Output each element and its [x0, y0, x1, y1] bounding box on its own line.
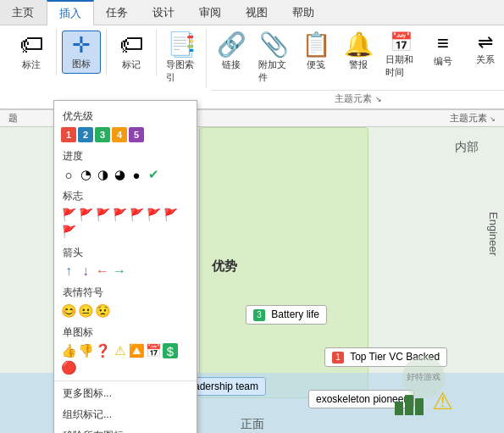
map-index-label: 导图索引: [166, 58, 197, 84]
watermark: 好特游戏: [402, 356, 445, 398]
battery-green-badge: 3: [253, 309, 265, 321]
link-btn[interactable]: 🔗 链接: [212, 31, 251, 74]
date-icon: 📅: [390, 33, 413, 52]
bar-3: [415, 398, 424, 415]
flag-blue-icon[interactable]: 🚩: [112, 207, 127, 222]
emoji-label: 表情符号: [54, 282, 197, 302]
mark-btn[interactable]: 🏷 标记: [112, 31, 151, 74]
mark-icon: 🏷: [119, 33, 143, 57]
tab-help[interactable]: 帮助: [280, 0, 327, 25]
arrow-up-icon[interactable]: ↑: [61, 264, 76, 279]
tab-view[interactable]: 视图: [234, 0, 280, 25]
alert-btn[interactable]: 🔔 警报: [339, 31, 378, 74]
arrow-down-icon[interactable]: ↓: [78, 264, 93, 279]
attach-btn[interactable]: 📎 附加文件: [254, 31, 293, 86]
dollar-icon[interactable]: $: [163, 343, 178, 358]
progress-done-icon[interactable]: ✔: [146, 167, 161, 182]
relation-icon: ⇌: [478, 33, 493, 52]
priority-label: 优先级: [54, 106, 197, 125]
progress-100-icon[interactable]: ●: [129, 167, 144, 182]
flag-red-icon[interactable]: 🚩: [61, 207, 76, 222]
progress-icons-row: ○ ◔ ◑ ◕ ● ✔: [54, 165, 197, 186]
priority-3-icon[interactable]: 3: [95, 127, 110, 142]
engineer-label: Engineer: [487, 212, 500, 256]
flag-green-icon[interactable]: 🚩: [95, 207, 110, 222]
expand-icon[interactable]: ↘: [375, 95, 382, 103]
link-label: 链接: [222, 58, 241, 71]
leadership-text: adership team: [194, 380, 258, 392]
tab-design[interactable]: 设计: [141, 0, 187, 25]
mark-items: 🏷 标记: [112, 29, 151, 75]
flag-orange-icon[interactable]: 🚩: [78, 207, 93, 222]
organize-icons-item[interactable]: 组织标记...: [54, 404, 197, 425]
tab-main[interactable]: 主页: [0, 0, 47, 25]
progress-50-icon[interactable]: ◑: [95, 167, 110, 182]
thumbs-down-icon[interactable]: 👎: [78, 343, 93, 358]
icon-icon: ✛: [72, 34, 91, 56]
code-icon: ≡: [437, 33, 449, 53]
tab-bar: 主页 插入 任务 设计 审阅 视图 帮助: [0, 0, 504, 25]
map-index-icon: 📑: [167, 33, 197, 57]
emoji-sad-icon[interactable]: 😟: [95, 303, 110, 319]
note-label: 便笺: [307, 58, 325, 71]
group-mark: 🏷 标记: [107, 29, 157, 75]
annotation-icon: 🏷: [19, 33, 43, 57]
remove-icons-item[interactable]: 移除所有图标: [54, 425, 197, 433]
arrow-right-icon[interactable]: →: [112, 264, 127, 279]
flag-dark-icon[interactable]: 🚩: [163, 207, 178, 222]
theme-items: 🔗 链接 📎 附加文件 📋 便笺 🔔 警报 📅 日期和时间: [212, 29, 504, 88]
menu-divider-1: [54, 380, 197, 381]
code-btn[interactable]: ≡ 编号: [424, 31, 462, 70]
exoskeleton-text: exoskeleton pioneer: [316, 393, 407, 405]
note-btn[interactable]: 📋 便笺: [296, 31, 335, 74]
flag-purple-icon[interactable]: 🚩: [129, 207, 144, 222]
date-btn[interactable]: 📅 日期和时间: [381, 31, 420, 81]
more-icons-item[interactable]: 更多图标...: [54, 383, 197, 404]
progress-75-icon[interactable]: ◕: [112, 167, 127, 182]
priority-icons-row: 1 2 3 4 5: [54, 125, 197, 146]
flag-pink-icon[interactable]: 🚩: [146, 207, 161, 222]
tab-review[interactable]: 审阅: [187, 0, 234, 25]
mark-label: 标记: [122, 58, 141, 71]
ribbon-content: 🏷 标注 ✛ 图标 🏷 标记: [0, 25, 504, 109]
link-icon: 🔗: [217, 33, 246, 57]
calendar-icon[interactable]: 📅: [146, 343, 161, 358]
relation-btn[interactable]: ⇌ 关系: [466, 31, 504, 69]
emoji-neutral-icon[interactable]: 😐: [78, 303, 93, 319]
group-annotation: 🏷 标注: [7, 29, 57, 75]
priority-1-icon[interactable]: 1: [61, 127, 76, 142]
single-icons-row: 👍 👎 ❓ ⚠ 🔼 📅 $ 🔴: [54, 341, 197, 379]
progress-0-icon[interactable]: ○: [61, 167, 76, 182]
leadership-node[interactable]: adership team: [186, 377, 266, 396]
red-circle-icon[interactable]: 🔴: [61, 360, 76, 375]
icon-items: ✛ 图标: [62, 29, 101, 75]
progress-label: 进度: [54, 146, 197, 165]
arrow-icons-row: ↑ ↓ ← →: [54, 262, 197, 282]
right-section-label: 主题元素 ↘: [450, 112, 496, 125]
tab-task[interactable]: 任务: [94, 0, 141, 25]
thumbs-up-icon[interactable]: 👍: [61, 343, 76, 358]
tab-insert[interactable]: 插入: [47, 0, 94, 25]
emoji-happy-icon[interactable]: 😊: [61, 303, 76, 319]
priority-2-icon[interactable]: 2: [78, 127, 93, 142]
battery-life-text: Battery life: [271, 308, 319, 320]
priority-4-icon[interactable]: 4: [112, 127, 127, 142]
priority-5-icon[interactable]: 5: [129, 127, 144, 142]
arrow-left-icon[interactable]: ←: [95, 264, 110, 279]
icon-btn[interactable]: ✛ 图标: [62, 31, 101, 74]
progress-25-icon[interactable]: ◔: [78, 167, 93, 182]
annotation-btn[interactable]: 🏷 标注: [12, 31, 51, 74]
left-section-label: 题: [8, 112, 18, 125]
relation-label: 关系: [476, 53, 495, 66]
map-index-btn[interactable]: 📑 导图索引: [162, 31, 201, 86]
person-icon[interactable]: 🔼: [129, 343, 144, 358]
battery-life-node[interactable]: 3 Battery life: [246, 305, 327, 325]
question-icon[interactable]: ❓: [95, 343, 110, 358]
warning-triangle-icon[interactable]: ⚠: [112, 343, 127, 358]
flag-black-icon[interactable]: 🚩: [61, 224, 76, 239]
flag-label: 标志: [54, 186, 197, 205]
advantage-title: 优势: [212, 258, 237, 275]
icon-dropdown-menu: 优先级 1 2 3 4 5 进度 ○ ◔ ◑ ◕ ● ✔ 标志 🚩 🚩 🚩 🚩 …: [53, 100, 197, 433]
note-icon: 📋: [302, 33, 331, 57]
attach-label: 附加文件: [258, 58, 289, 84]
